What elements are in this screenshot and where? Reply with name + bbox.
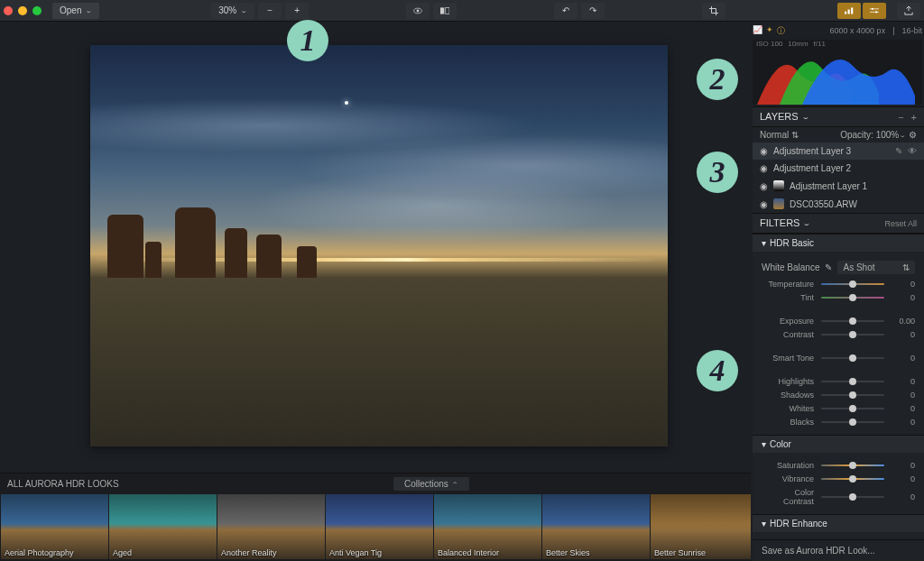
eye-icon[interactable]: ◉ xyxy=(760,181,768,191)
slider-track[interactable] xyxy=(821,381,884,382)
eye-icon[interactable]: ◉ xyxy=(760,199,768,209)
undo-button[interactable]: ↶ xyxy=(554,3,578,19)
slider-track[interactable] xyxy=(821,478,884,480)
histogram-mode-icon[interactable]: 📈 xyxy=(753,25,762,37)
preset-item[interactable]: Better Skies xyxy=(542,494,650,559)
preset-label: Aged xyxy=(113,548,132,557)
histogram: ISO 100 10mm f/11 xyxy=(753,40,922,105)
slider-value: 0 xyxy=(892,280,915,289)
layer-item[interactable]: ◉Adjustment Layer 1 xyxy=(753,177,924,195)
compare-button[interactable] xyxy=(433,3,457,19)
layer-item[interactable]: ◉Adjustment Layer 2 xyxy=(753,160,924,177)
eye-icon[interactable]: ◉ xyxy=(760,146,768,156)
minimize-window[interactable] xyxy=(18,6,27,15)
gear-icon[interactable]: ⚙ xyxy=(909,130,917,140)
opacity-value[interactable]: 100% xyxy=(876,130,900,140)
blend-mode-select[interactable]: Normal ⇅ xyxy=(760,130,799,140)
slider-track[interactable] xyxy=(821,408,884,409)
slider-track[interactable] xyxy=(821,357,884,359)
maximize-window[interactable] xyxy=(32,6,42,15)
slider-label: Highlights xyxy=(762,377,814,386)
filter-hdr-basic-header[interactable]: ▾HDR Basic xyxy=(753,234,924,252)
presets-panel-tab[interactable] xyxy=(837,3,861,19)
filter-hdr-enhance-header[interactable]: ▾HDR Enhance xyxy=(753,514,924,532)
export-button[interactable] xyxy=(897,3,920,19)
crop-button[interactable] xyxy=(702,3,725,19)
annotation-2: 2 xyxy=(697,59,738,100)
image-dimensions: 6000 x 4000 px xyxy=(830,26,886,35)
preset-label: Better Skies xyxy=(546,548,590,557)
split-icon xyxy=(440,6,449,15)
collections-dropdown[interactable]: Collections ⌃ xyxy=(393,477,469,491)
slider-label: Exposure xyxy=(762,317,814,326)
meta-iso: ISO 100 xyxy=(756,40,782,48)
preset-item[interactable]: Aerial Photography xyxy=(1,494,108,559)
slider-label: Contrast xyxy=(762,330,814,339)
preset-item[interactable]: Anti Vegan Tig xyxy=(326,494,433,559)
slider-value: 0 xyxy=(892,461,915,470)
slider-value: 0 xyxy=(892,354,915,363)
preset-label: Balanced Interior xyxy=(438,548,499,557)
layer-item[interactable]: ◉DSC03550.ARW xyxy=(753,195,924,213)
svg-rect-5 xyxy=(848,9,850,14)
save-look-button[interactable]: Save as Aurora HDR Look... xyxy=(753,539,924,561)
meta-focal: 10mm xyxy=(788,40,808,48)
svg-rect-3 xyxy=(446,7,449,14)
wb-label: White Balance xyxy=(762,262,819,272)
zoom-out-button[interactable]: − xyxy=(258,3,282,19)
slider-label: Vibrance xyxy=(762,474,814,483)
svg-rect-4 xyxy=(845,11,846,14)
sidebar: LAYERS ⌄ − + Normal ⇅ Opacity: 100%⌄ ⚙ ◉… xyxy=(753,106,924,561)
slider-label: Shadows xyxy=(762,391,814,400)
slider-value: 0 xyxy=(892,418,915,427)
preset-label: Anti Vegan Tig xyxy=(329,548,382,557)
layer-name: DSC03550.ARW xyxy=(790,199,857,209)
crop-icon xyxy=(709,5,718,16)
slider-track[interactable] xyxy=(821,394,884,396)
slider-track[interactable] xyxy=(821,320,884,322)
filter-color-header[interactable]: ▾Color xyxy=(753,435,924,453)
slider-value: 0 xyxy=(892,404,915,413)
preset-item[interactable]: Better Sunrise xyxy=(651,494,751,559)
preset-label: Aerial Photography xyxy=(5,548,74,557)
svg-rect-2 xyxy=(440,7,444,14)
preset-label: Better Sunrise xyxy=(654,548,706,557)
eyedropper-icon[interactable]: ✎ xyxy=(825,262,832,272)
filters-panel-header[interactable]: FILTERS ⌄ Reset All xyxy=(753,213,924,234)
layer-item[interactable]: ◉Adjustment Layer 3✎👁 xyxy=(753,143,924,160)
image-canvas[interactable] xyxy=(90,45,668,446)
slider-track[interactable] xyxy=(821,464,884,466)
preview-toggle[interactable] xyxy=(406,3,430,19)
slider-track[interactable] xyxy=(821,496,884,498)
slider-track[interactable] xyxy=(821,283,884,285)
svg-point-8 xyxy=(872,7,873,9)
slider-label: Whites xyxy=(762,404,814,413)
image-meta: 📈 ✦ ⓘ 6000 x 4000 px | 16-bit xyxy=(753,23,922,38)
star-icon[interactable]: ✦ xyxy=(766,25,773,37)
preset-item[interactable]: Balanced Interior xyxy=(434,494,541,559)
topbar: Open ⌄ 30% ⌄ − + ↶ ↷ xyxy=(0,0,924,22)
brush-icon[interactable]: ✎ xyxy=(895,146,902,156)
preset-item[interactable]: Another Reality xyxy=(217,494,325,559)
filters-panel-tab[interactable] xyxy=(863,3,886,19)
layers-panel-header[interactable]: LAYERS ⌄ − + xyxy=(753,106,924,127)
slider-track[interactable] xyxy=(821,421,884,423)
visibility-icon[interactable]: 👁 xyxy=(908,146,917,156)
open-menu[interactable]: Open ⌄ xyxy=(52,3,99,19)
info-icon[interactable]: ⓘ xyxy=(777,25,785,37)
zoom-dropdown[interactable]: 30% ⌄ xyxy=(211,3,254,19)
preset-item[interactable]: Aged xyxy=(109,494,217,559)
close-window[interactable] xyxy=(4,6,13,15)
svg-rect-6 xyxy=(851,7,853,14)
presets-title: ALL AURORA HDR LOOKS xyxy=(7,479,119,489)
wb-select[interactable]: As Shot⇅ xyxy=(837,261,915,274)
layer-remove-icon[interactable]: − xyxy=(898,112,903,123)
zoom-in-button[interactable]: + xyxy=(285,3,309,19)
eye-icon[interactable]: ◉ xyxy=(760,163,768,173)
slider-label: Color Contrast xyxy=(762,488,814,506)
redo-button[interactable]: ↷ xyxy=(581,3,605,19)
slider-track[interactable] xyxy=(821,297,884,299)
reset-all-button[interactable]: Reset All xyxy=(884,219,917,228)
layer-add-icon[interactable]: + xyxy=(911,112,917,123)
slider-track[interactable] xyxy=(821,334,884,336)
